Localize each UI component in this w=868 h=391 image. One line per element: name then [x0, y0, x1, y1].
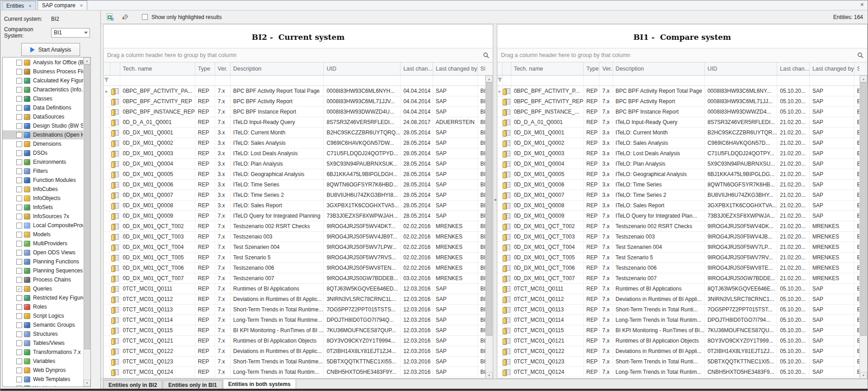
sidebar-item-planning-sequences[interactable]: Planning Sequences — [3, 266, 83, 275]
table-row[interactable]: 0D_DX_M01_QCT_T005REP7.xTest Szenario 59… — [497, 253, 867, 263]
table-row[interactable]: 0TCT_MC01_Q0122REP7.xDeviations in Runti… — [104, 346, 493, 357]
tree-scrollbar[interactable]: ▲ ▼ — [83, 57, 90, 386]
show-only-highlighted-checkbox[interactable] — [142, 14, 148, 20]
table-row[interactable]: 0TCT_MC01_Q0111REP7.xRuntimes of BI Appl… — [104, 284, 493, 294]
sidebar-item-process-chains[interactable]: Process Chains — [3, 275, 83, 284]
scroll-up-icon[interactable]: ▲ — [84, 57, 90, 64]
table-row[interactable]: 0D_DX_M01_QCT_T005REP7.xTest Szenario 59… — [104, 253, 493, 263]
group-by-bar[interactable]: Drag a column header here to group by th… — [497, 48, 867, 62]
table-row[interactable]: 0D_DX_M01_Q0009REP7.xITeLO Query for Int… — [104, 211, 493, 221]
filter-cell[interactable] — [613, 76, 705, 86]
tab-entities-only-bi1[interactable]: Entities only in BI1 — [163, 380, 222, 390]
table-row[interactable]: 0TCT_MC01_Q0111REP7.xRuntimes of BI Appl… — [497, 284, 867, 294]
table-row[interactable]: 0TCT_MC01_Q0122REP7.xDeviations in Runti… — [497, 346, 867, 357]
sidebar-item-queries[interactable]: ✓Queries — [3, 284, 83, 293]
table-row[interactable]: 0TCT_MC01_Q0121REP7.xRuntimes of BI Appl… — [104, 336, 493, 346]
table-row[interactable]: 0D_DX_M01_QCT_T003REP7.xTestszenaio 0039… — [497, 232, 867, 242]
filter-cell[interactable] — [705, 76, 777, 86]
sidebar-item-dimensions[interactable]: Dimensions — [3, 139, 83, 148]
filter-cell[interactable] — [433, 76, 478, 86]
sidebar-item-filters[interactable]: Filters — [3, 167, 83, 176]
sidebar-item-infosets[interactable]: InfoSets — [3, 203, 83, 212]
checkbox[interactable] — [16, 214, 22, 219]
sidebar-item-variables[interactable]: Variables — [3, 357, 83, 366]
sidebar-item-infosources-7x[interactable]: InfoSources 7x — [3, 212, 83, 221]
table-row[interactable]: 0TCT_MC01_Q0124REP7.xLong-Term Trends in… — [104, 367, 493, 377]
table-row[interactable]: 0TCT_MC01_Q0113REP7.xShort-Term Trends i… — [497, 305, 867, 315]
tab-sap-compare[interactable]: SAP compare × — [38, 0, 87, 10]
table-row[interactable]: ▸0BPC_BPF_ACTIVITY_PA...REP7.xBPC BPF Ac… — [104, 86, 493, 96]
checkbox[interactable] — [16, 377, 22, 382]
checkbox[interactable] — [16, 304, 22, 310]
checkbox[interactable] — [16, 205, 22, 210]
checkbox[interactable] — [16, 78, 22, 84]
sidebar-item-semantic-groups[interactable]: Semantic Groups — [3, 320, 83, 329]
checkbox[interactable] — [16, 250, 22, 256]
filter-cell[interactable] — [777, 76, 810, 86]
checkbox[interactable] — [16, 277, 22, 283]
collapse-left-icon[interactable]: ◄ — [493, 198, 497, 202]
tab-entities-in-both[interactable]: Entities in both systems — [223, 379, 296, 390]
table-row[interactable]: 0TCT_MC01_Q0114REP7.xLong-Term Trends in… — [497, 315, 867, 325]
search-icon[interactable] — [483, 52, 490, 59]
filter-cell[interactable] — [110, 76, 120, 86]
sidebar-item-function-modules[interactable]: Function Modules — [3, 176, 83, 185]
table-row[interactable]: 0TCT_MC01_Q0112REP7.xDeviations in Runti… — [104, 294, 493, 305]
table-row[interactable]: 0D_DX_M01_Q0004REP3.xITeLO: Plan Analysi… — [104, 159, 493, 169]
table-row[interactable]: 0D_DX_M01_QCT_T002REP7.xTestszenario 002… — [497, 221, 867, 232]
checkbox[interactable] — [16, 196, 22, 201]
sidebar-item-web-templates[interactable]: Web Templates — [3, 375, 83, 384]
table-row[interactable]: 0D_DX_M01_QCT_T006REP7.xTestszenario 006… — [497, 263, 867, 273]
table-row[interactable]: 0D_DX_M01_Q0003REP3.xITeLO: Lost Deals A… — [104, 148, 493, 159]
scrollbar-thumb[interactable] — [860, 82, 867, 336]
checkbox[interactable]: ✓ — [16, 286, 22, 292]
table-row[interactable]: 0D_DX_M01_Q0004REP3.xITeLO: Plan Analysi… — [497, 159, 867, 169]
excel-export-icon[interactable] — [106, 13, 114, 21]
sidebar-item-dsos[interactable]: DSOs — [3, 148, 83, 157]
table-row[interactable]: 0D_D_A_01_Q0001REP7.xITeLO Input-Ready Q… — [497, 117, 867, 128]
table-row[interactable]: 0D_DX_M01_QCT_T007REP7.xTestszenario 007… — [104, 273, 493, 284]
window-close-icon[interactable]: × — [860, 1, 864, 8]
comparison-system-select[interactable]: BI1 — [51, 28, 90, 38]
column-header[interactable]: Type — [584, 62, 599, 76]
sidebar-item-transformations-7-x[interactable]: Transformations 7.x — [3, 348, 83, 357]
sidebar-item-analysis-for-office-b[interactable]: Analysis for Office (B... — [3, 58, 83, 67]
table-row[interactable]: 0D_DX_M01_Q0001REP3.xITeLO: Current Mont… — [104, 128, 493, 138]
table-row[interactable]: 0TCT_MC01_Q0112REP7.xDeviations in Runti… — [497, 294, 867, 305]
table-row[interactable]: 0TCT_MC01_Q0113REP7.xShort-Term Trends i… — [104, 305, 493, 315]
column-header[interactable]: Type — [195, 62, 215, 76]
tab-entities[interactable]: Entities × — [2, 1, 36, 10]
table-row[interactable]: 0D_DX_M01_Q0006REP3.xITeLO: Time Series8… — [497, 180, 867, 190]
table-row[interactable]: 0BPC_BPF_ACTIVITY_REPREP7.xBPC BPF Activ… — [104, 96, 493, 107]
sidebar-item-destinations-open-h[interactable]: Destinations (Open H... — [3, 130, 83, 139]
table-row[interactable]: 0D_DX_M01_Q0007REP3.xITeLO: Time Series … — [497, 190, 867, 200]
sidebar-item-design-studio-bw-s[interactable]: Design Studio (BW S... — [3, 121, 83, 130]
column-header[interactable]: Description — [613, 62, 705, 76]
checkbox[interactable] — [16, 241, 22, 247]
table-row[interactable]: 0TCT_MC01_Q0123REP7.xShort-Term Trends i… — [497, 357, 867, 367]
table-row[interactable]: 0D_DX_M01_Q0008REP3.xITeLO: Sales Report… — [497, 200, 867, 211]
checkbox[interactable] — [16, 132, 22, 138]
checkbox[interactable] — [16, 159, 22, 165]
filter-cell[interactable] — [599, 76, 613, 86]
table-row[interactable]: 0D_DX_M01_QCT_T004REP7.xTest Szenarien 0… — [104, 242, 493, 253]
sidebar-item-characteristics-info[interactable]: Characteristics (Info... — [3, 85, 83, 94]
filter-cell[interactable] — [120, 76, 195, 86]
checkbox[interactable] — [16, 87, 22, 93]
filter-cell[interactable] — [584, 76, 599, 86]
grid-splitter[interactable]: ◄ — [493, 24, 497, 379]
table-row[interactable]: 0D_DX_M01_Q0002REP3.xITeLO: Sales Analys… — [104, 138, 493, 148]
checkbox[interactable] — [16, 150, 22, 156]
expand-arrow-icon[interactable]: ▸ — [104, 86, 110, 96]
paint-highlight-icon[interactable] — [121, 13, 129, 21]
scrollbar-thumb[interactable] — [486, 82, 492, 336]
filter-cell[interactable] — [215, 76, 231, 86]
sidebar-item-web-dynpros[interactable]: Web Dynpros — [3, 366, 83, 375]
grid-scrollbar[interactable]: ▲ ▼ — [859, 76, 867, 379]
checkbox[interactable] — [16, 358, 22, 364]
checkbox[interactable] — [16, 232, 22, 238]
table-row[interactable]: 0D_DX_M01_QCT_T004REP7.xTest Szenarien 0… — [497, 242, 867, 253]
checkbox[interactable] — [16, 268, 22, 274]
table-row[interactable]: 0D_DX_M01_Q0001REP3.xITeLO: Current Mont… — [497, 128, 867, 138]
close-tab-icon[interactable]: × — [28, 4, 31, 8]
